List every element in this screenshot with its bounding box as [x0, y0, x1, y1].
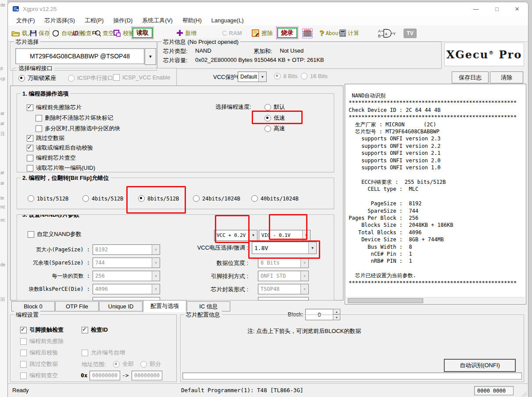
radio-speed-default[interactable]: 默认 — [264, 103, 285, 111]
radio-addr-part[interactable]: 部分 — [140, 360, 161, 368]
blank-check-button[interactable]: FF 查空 — [92, 25, 114, 41]
checkbox-icsp-vcc[interactable]: ICSP_VCC Enable — [113, 74, 170, 81]
checkbox-erase-before-program[interactable]: 编程前先擦除芯片 — [27, 104, 82, 111]
program-button[interactable]: 烧录 — [277, 28, 297, 38]
menu-language[interactable]: Language(L) — [207, 17, 249, 24]
checkbox-box — [27, 104, 33, 111]
blocksperce-label: 块数BlksPerCE(Die) : — [19, 286, 90, 293]
vcc-current-combo[interactable]: Default ▼ — [238, 72, 267, 82]
radio-universal-socket[interactable]: 万能锁紧座 — [18, 74, 56, 82]
checkbox-blank-check-before[interactable]: 编程前芯片查空 — [27, 154, 76, 162]
minimize-button[interactable]: — — [466, 2, 486, 15]
ic-test-button[interactable] — [302, 25, 313, 41]
buswidth-combo[interactable]: 8 Bits▼ — [258, 258, 309, 268]
auto-detect-onfi-button[interactable]: 自动识别(ONFI) — [444, 359, 516, 372]
checkbox-blank-before-2[interactable]: 编程前查空 — [20, 372, 58, 379]
vcc-trim-combo[interactable]: VCC + 0.2V▼ — [214, 230, 257, 241]
radio-4bit[interactable]: 4bits/512B — [82, 195, 123, 202]
erase-note-icon — [252, 29, 260, 37]
radio-addr-all[interactable]: 全部 — [113, 360, 134, 368]
id-check-icon: ID — [72, 30, 79, 37]
menu-operation[interactable]: 操作(D) — [108, 17, 137, 25]
checkbox-check-id[interactable]: 检查ID — [82, 326, 108, 334]
radio-dot — [18, 75, 25, 82]
auto-detect-icon — [52, 29, 60, 37]
chip-pins-icon — [302, 28, 313, 39]
erase-button[interactable]: 擦除 — [252, 25, 273, 41]
radio-speed-high[interactable]: 高速 — [264, 125, 285, 132]
logic-gate-button[interactable]: AB&Y — [378, 25, 396, 41]
checkbox-box — [28, 231, 34, 238]
chevron-down-icon: ▼ — [258, 72, 266, 82]
radio-16bits[interactable]: 16 Bits — [301, 73, 328, 79]
status-bar: Ready Default Programmer(1): T48 [TL866-… — [8, 383, 528, 397]
tab-otp-file[interactable]: OTP File — [55, 301, 99, 311]
checkbox-keep-badblock-marks[interactable]: 删除时不清除芯片坏块标记 — [36, 114, 113, 122]
clear-log-button[interactable]: 清除 — [490, 72, 523, 83]
tab-config-options[interactable]: 配置与选项 — [143, 300, 186, 312]
checkbox-verify-after[interactable]: 编程后校验 — [20, 349, 58, 357]
menu-system-tools[interactable]: 系统工具(V) — [137, 17, 177, 25]
calc-button[interactable]: 计算 — [339, 25, 359, 41]
radio-icsp[interactable]: ICSP串行接口 — [68, 74, 113, 82]
read-button[interactable]: 读取 — [132, 28, 153, 38]
verify-button[interactable]: 校验 — [113, 25, 134, 41]
radio-dot — [113, 361, 120, 368]
sparesize-combo[interactable]: 744▼ — [93, 258, 160, 268]
vio-trim-combo[interactable]: VIO - 0.1V▼ — [259, 230, 311, 241]
radio-dot — [264, 115, 271, 122]
calculator-icon — [339, 29, 346, 37]
check-id-button[interactable]: ID 检查 — [72, 25, 92, 41]
background-window-strip: depcp arar注 ararte nzocde 旧 — [0, 0, 8, 397]
radio-8bits[interactable]: 8 Bits — [274, 73, 298, 79]
section2-group: 2. 编程时，位翻转[Bit Flip]允错位 — [17, 178, 334, 209]
chevron-down-icon: ▼ — [300, 271, 308, 281]
blocksperce-combo[interactable]: 4096▼ — [93, 284, 160, 294]
device-log-text: NAND自动识别 *******************************… — [349, 92, 517, 286]
scrollbar-thumb[interactable] — [348, 298, 423, 303]
pinmap-combo[interactable]: ONFI STD▼ — [258, 271, 309, 281]
addr-from-input[interactable]: 00000000 — [89, 371, 120, 380]
checkbox-skip-blank-2[interactable]: 跳过空数据 — [20, 360, 58, 368]
chevron-down-icon: ▼ — [302, 230, 310, 240]
tab-block0[interactable]: Block 0 — [11, 301, 55, 311]
radio-24bit[interactable]: 24bits/1024B — [193, 195, 240, 202]
menu-file[interactable]: 文件(F) — [11, 17, 40, 25]
radio-1bit[interactable]: 1bits/512B — [28, 195, 68, 202]
radio-speed-low[interactable]: 低速 — [264, 114, 285, 122]
title-bar[interactable]: Xgpro v12.25 — □ ✕ — [8, 2, 528, 15]
pagesize-combo[interactable]: 8192▼ — [93, 244, 160, 255]
log-horizontal-scrollbar[interactable] — [346, 297, 525, 303]
addr-to-input[interactable]: 00000000 — [132, 371, 162, 380]
menu-help[interactable]: 帮助(H) — [178, 17, 207, 25]
menu-project[interactable]: 工程(P) — [80, 17, 108, 25]
checkbox-pin-check[interactable]: 引脚接触检查 — [20, 326, 64, 334]
checkbox-read-uid[interactable]: 读取芯片唯一编码(UID) — [27, 164, 95, 172]
checkbox-box — [36, 125, 42, 132]
block-up-button[interactable]: ▲ — [333, 309, 340, 315]
menu-chip-select[interactable]: 芯片选择(S) — [40, 17, 80, 25]
checkbox-erase-selected-partition[interactable]: 多分区时,只擦除选中分区的块 — [36, 125, 121, 132]
chip-select-display[interactable]: MT29F64G08CBABBWP @TSOP48 — [15, 48, 144, 64]
checkbox-auto-serial[interactable]: 允许编号自增 — [82, 349, 125, 357]
checkbox-auto-verify[interactable]: 读取或编程后自动校验 — [27, 144, 93, 152]
tab-unique-id[interactable]: Unique ID — [99, 301, 143, 311]
chip-select-dropdown-button[interactable]: ▼ — [145, 48, 156, 65]
checkbox-custom-nand[interactable]: 自定义NAND参数 — [28, 230, 82, 238]
checkbox-skip-blank[interactable]: 跳过空数据 — [27, 134, 64, 142]
save-log-button[interactable]: 保存日志 — [452, 72, 489, 83]
about-button[interactable]: ? About — [319, 25, 342, 41]
pagesperblock-combo[interactable]: 256▼ — [93, 271, 160, 281]
maximize-button[interactable]: □ — [487, 2, 507, 15]
tv-button[interactable]: TV — [403, 25, 417, 41]
vcc-voltage-combo[interactable]: 1.8V▼ — [252, 242, 317, 254]
package-combo[interactable]: TSOP48▼ — [258, 284, 309, 294]
close-button[interactable]: ✕ — [507, 2, 527, 15]
chip-info-group: 芯片信息 (No Project opened) 芯片类型: NAND 累加和:… — [157, 42, 442, 69]
tab-ic-info[interactable]: IC 信息 — [187, 301, 230, 311]
checkbox-erase-first[interactable]: 编程前先擦除 — [20, 337, 64, 345]
resize-grip[interactable] — [521, 391, 527, 397]
radio-8bit[interactable]: 8bits/512B — [138, 195, 179, 202]
buswidth-label: 数据位宽度 : — [179, 259, 248, 267]
radio-40bit[interactable]: 40bits/1024B — [251, 195, 299, 202]
